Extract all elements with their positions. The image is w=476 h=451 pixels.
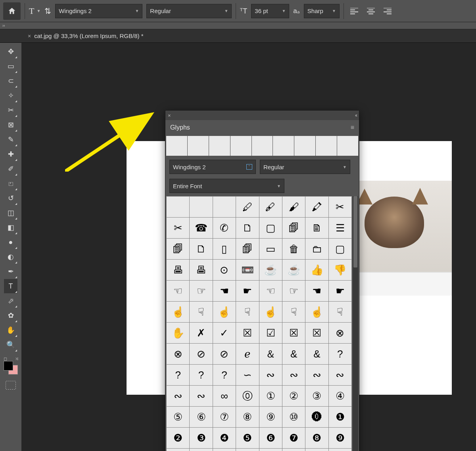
path-selection-tool[interactable]: ⬀ [4, 294, 17, 308]
glyph-cell[interactable]: 🗎 [305, 218, 328, 238]
gradient-tool[interactable]: ◧ [4, 220, 17, 235]
glyph-cell[interactable]: ☝ [305, 302, 328, 322]
glyphs-tab[interactable]: Glyphs [170, 124, 190, 131]
canvas-area[interactable]: × ‹‹ Glyphs ≡ Wingdings 2 ˅ Regular [21, 43, 476, 451]
glyph-cell[interactable]: ? [190, 365, 212, 385]
dodge-tool[interactable]: ◐ [4, 250, 17, 264]
recent-glyph-slot[interactable] [188, 136, 209, 156]
glyph-cell[interactable]: 🖊 [236, 197, 259, 217]
recent-glyph-slot[interactable] [230, 136, 251, 156]
glyph-cell[interactable]: ☞ [282, 281, 305, 301]
panel-font-family-dropdown[interactable]: Wingdings 2 ˅ [169, 160, 256, 174]
glyph-cell[interactable]: ☛ [236, 281, 259, 301]
glyph-cell[interactable]: ¢ [259, 449, 282, 451]
glyph-cell[interactable]: ☝ [259, 302, 282, 322]
glyph-cell[interactable]: ▭ [259, 239, 282, 259]
glyph-cell[interactable]: ② [282, 386, 305, 406]
glyph-cell[interactable]: 🗑 [282, 239, 305, 259]
glyph-cell[interactable]: 🗋 [236, 218, 259, 238]
close-panel-button[interactable]: × [168, 113, 171, 118]
panel-menu-button[interactable]: ≡ [351, 124, 354, 131]
glyph-cell[interactable]: ☟ [282, 302, 305, 322]
glyph-cell[interactable]: ❶ [329, 407, 351, 427]
glyph-cell[interactable]: ⑦ [213, 407, 236, 427]
glyph-cell[interactable]: ＆ [259, 344, 282, 364]
lasso-tool[interactable]: ⊂ [4, 74, 17, 88]
glyph-cell[interactable]: ❹ [213, 428, 236, 448]
glyph-cell[interactable]: ⑤ [167, 407, 189, 427]
font-style-dropdown[interactable]: Regular ▼ [146, 4, 232, 18]
glyph-cell[interactable]: 🖶 [190, 260, 212, 280]
glyph-cell[interactable]: ▯ [213, 239, 236, 259]
glyph-cell[interactable]: ⊗ [167, 344, 189, 364]
glyph-cell[interactable]: 🗐 [236, 239, 259, 259]
glyph-cell[interactable]: ⊙ [213, 260, 236, 280]
glyph-cell[interactable]: ▢ [329, 239, 351, 259]
quick-mask-button[interactable] [6, 381, 16, 390]
glyph-cell[interactable]: ✚ [305, 449, 328, 451]
glyph-cell[interactable]: ✂ [167, 218, 189, 238]
blur-tool[interactable]: ● [4, 235, 17, 249]
align-right-button[interactable] [381, 5, 394, 17]
glyph-cell[interactable]: ∾ [305, 365, 328, 385]
glyph-cell[interactable]: 👍 [305, 260, 328, 280]
glyph-cell[interactable] [190, 197, 212, 217]
eyedropper-tool[interactable]: ✎ [4, 132, 17, 147]
align-left-button[interactable] [348, 5, 361, 17]
recent-glyph-slot[interactable] [166, 136, 187, 156]
glyph-cell[interactable]: ✋ [167, 323, 189, 343]
glyph-cell[interactable]: ☚ [305, 281, 328, 301]
glyph-cell[interactable]: ∾ [190, 386, 212, 406]
recent-glyph-slot[interactable] [294, 136, 315, 156]
glyph-cell[interactable]: ❺ [236, 428, 259, 448]
glyph-cell[interactable]: 🖶 [167, 260, 189, 280]
glyph-cell[interactable]: ⊗ [329, 323, 351, 343]
glyph-cell[interactable]: ☑ [259, 323, 282, 343]
font-family-dropdown[interactable]: Wingdings 2 ▼ [55, 4, 142, 18]
recent-glyph-slot[interactable] [252, 136, 273, 156]
panel-header-bar[interactable]: × ‹‹ [165, 111, 359, 120]
glyph-cell[interactable]: ❻ [259, 428, 282, 448]
glyph-cell[interactable]: ⑨ [259, 407, 282, 427]
glyph-cell[interactable]: ❸ [190, 428, 212, 448]
glyph-cell[interactable]: ○ [213, 449, 236, 451]
brush-tool[interactable]: ✐ [4, 162, 17, 176]
glyph-cell[interactable]: ∞ [213, 386, 236, 406]
swap-colors-icon[interactable]: ⤭ [15, 356, 19, 361]
recent-glyph-slot[interactable] [337, 136, 358, 156]
glyph-cell[interactable]: ⓾ [167, 449, 189, 451]
move-tool[interactable]: ✥ [4, 44, 17, 59]
recent-glyph-slot[interactable] [273, 136, 294, 156]
crop-tool[interactable]: ✂ [4, 103, 17, 117]
glyph-cell[interactable]: ❷ [167, 428, 189, 448]
glyph-cell[interactable]: ∾ [167, 386, 189, 406]
glyph-cell[interactable]: ? [213, 365, 236, 385]
healing-brush-tool[interactable]: ✚ [4, 147, 17, 161]
glyph-cell[interactable] [167, 197, 189, 217]
recent-glyph-slot[interactable] [316, 136, 337, 156]
anti-alias-dropdown[interactable]: Sharp ▼ [304, 4, 340, 18]
glyph-cell[interactable] [213, 197, 236, 217]
glyph-cell[interactable]: 🖍 [305, 197, 328, 217]
glyph-cell[interactable]: ✂ [329, 197, 351, 217]
glyph-cell[interactable]: ∾ [329, 365, 351, 385]
glyph-cell[interactable]: ☕ [282, 260, 305, 280]
glyph-cell[interactable]: ⊘ [190, 344, 212, 364]
glyph-cell[interactable]: 🖋 [259, 197, 282, 217]
glyph-cell[interactable]: ▢ [259, 218, 282, 238]
glyph-cell[interactable]: ❼ [282, 428, 305, 448]
glyph-cell[interactable]: 🗀 [305, 239, 328, 259]
glyph-cell[interactable]: ⊃ [236, 449, 259, 451]
scrollbar-thumb[interactable] [353, 196, 357, 268]
glyph-cell[interactable] [329, 449, 351, 451]
expand-strip[interactable]: ›› [0, 22, 476, 29]
close-tab-button[interactable]: × [28, 33, 31, 39]
glyph-cell[interactable]: 🗐 [282, 218, 305, 238]
glyph-cell[interactable]: ☟ [190, 302, 212, 322]
pen-tool[interactable]: ✒ [4, 264, 17, 279]
glyph-cell[interactable]: ③ [305, 386, 328, 406]
eraser-tool[interactable]: ◫ [4, 206, 17, 220]
glyph-cell[interactable]: ? [167, 365, 189, 385]
glyph-cell[interactable]: ✚ [282, 449, 305, 451]
clone-stamp-tool[interactable]: ⏍ [4, 176, 17, 191]
